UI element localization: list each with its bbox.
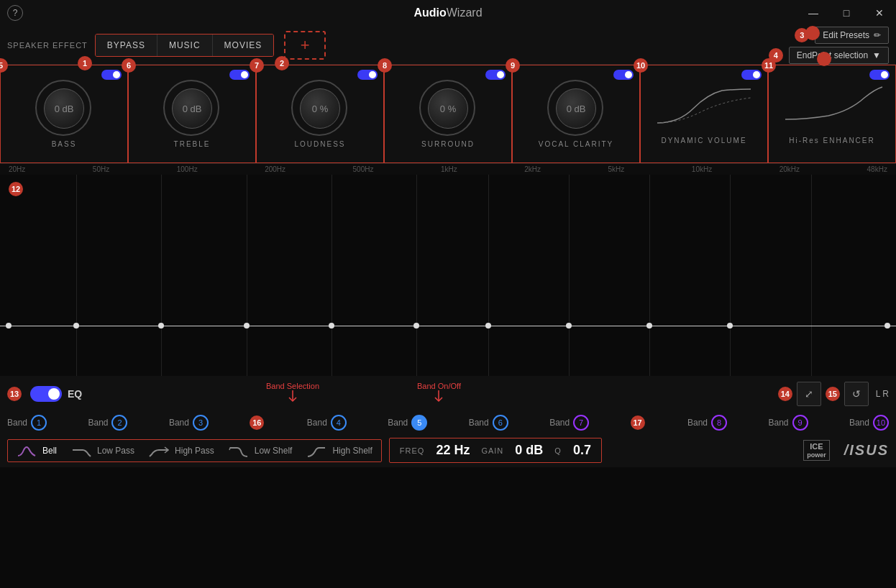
effect-treble: 6 0 dB TREBLE: [128, 65, 256, 163]
band-item-7[interactable]: Band 7: [549, 415, 589, 431]
grid-line-6: [488, 175, 489, 376]
eq-canvas[interactable]: 12: [0, 175, 896, 376]
eq-dot-10[interactable]: [727, 323, 733, 329]
band-item-10[interactable]: Band 10: [849, 415, 889, 431]
surround-knob[interactable]: 0 %: [419, 80, 477, 137]
preset-bypass[interactable]: BYPASS: [96, 35, 157, 56]
grid-line-3: [247, 175, 247, 376]
speaker-effect-label: SPEAKER EFFECT: [7, 41, 88, 50]
band-item-4[interactable]: Band 4: [307, 415, 347, 431]
eq-dot-6[interactable]: [413, 323, 419, 329]
band-item-2[interactable]: Band 2: [88, 415, 127, 431]
dynamic-volume-toggle[interactable]: [741, 70, 762, 80]
maximize-button[interactable]: □: [830, 0, 863, 26]
surround-value: 0 %: [428, 88, 468, 129]
eq-dot-9[interactable]: [646, 323, 652, 329]
vocal-clarity-toggle[interactable]: [613, 70, 634, 80]
band-on-off-label: Band On/Off: [417, 382, 461, 390]
close-button[interactable]: ✕: [863, 0, 896, 26]
endpoint-selection-button[interactable]: EndPoint selection ▼: [789, 47, 889, 64]
high-shelf-icon: [306, 444, 326, 457]
edit-presets-button[interactable]: Edit Presets ✏: [815, 27, 889, 44]
treble-toggle[interactable]: [229, 70, 250, 80]
band-num-8[interactable]: 8: [711, 415, 727, 431]
annotation-2: 2: [275, 56, 289, 70]
band-on-off-annotation: Band On/Off: [417, 382, 461, 405]
band-item-8[interactable]: Band 8: [687, 415, 727, 431]
filter-high-pass[interactable]: High Pass: [149, 444, 214, 457]
band-item-3[interactable]: Band 3: [169, 415, 209, 431]
eq-dot-11[interactable]: [884, 323, 890, 329]
treble-value: 0 dB: [172, 88, 212, 129]
add-preset-button[interactable]: +: [284, 31, 326, 60]
eq-toggle-group: 13 EQ: [7, 386, 82, 402]
band-num-4[interactable]: 4: [331, 415, 347, 431]
annotation-14: 14: [778, 387, 792, 401]
treble-knob[interactable]: 0 dB: [163, 80, 221, 137]
effect-surround: 8 0 % SURROUND: [384, 65, 512, 163]
eq-controls-right: 14 ⤢ 15 ↺ L R: [778, 382, 889, 406]
window-controls: — □ ✕: [797, 0, 896, 26]
band-num-10[interactable]: 10: [873, 415, 889, 431]
grid-line-4: [332, 175, 332, 376]
band-item-5[interactable]: Band 5: [388, 415, 427, 431]
hires-enhancer-curve: [774, 83, 890, 134]
expand-button[interactable]: ⤢: [797, 382, 821, 406]
eq-toggle-switch[interactable]: [30, 386, 62, 402]
surround-toggle[interactable]: [485, 70, 506, 80]
undo-button[interactable]: ↺: [844, 382, 869, 406]
eq-bottom: 13 EQ Band Selection Band On/Off: [0, 376, 896, 467]
bass-toggle[interactable]: [101, 70, 122, 80]
band-row: Band 1 Band 2 Band 3 16 Band 4: [7, 412, 889, 433]
bass-value: 0 dB: [44, 88, 84, 129]
bass-knob[interactable]: 0 dB: [35, 80, 93, 137]
minimize-button[interactable]: —: [797, 0, 830, 26]
filter-bell[interactable]: Bell: [17, 444, 57, 457]
band-item-1[interactable]: Band 1: [7, 415, 47, 431]
preset-music[interactable]: MUSIC: [157, 35, 213, 56]
loudness-toggle[interactable]: [357, 70, 378, 80]
band-on-off-arrow: [431, 390, 446, 405]
annotation-4-placeholder: [817, 52, 831, 66]
eq-controls-row: 13 EQ Band Selection Band On/Off: [7, 382, 889, 406]
loudness-knob[interactable]: 0 %: [291, 80, 349, 137]
eq-dot-7[interactable]: [485, 323, 491, 329]
filter-row: Bell Low Pass: [7, 433, 889, 467]
annotation-1: 1: [78, 56, 92, 70]
band-num-9[interactable]: 9: [792, 415, 808, 431]
grid-line-5: [416, 175, 417, 376]
eq-dot-3[interactable]: [158, 323, 164, 329]
bass-label: BASS: [52, 140, 77, 148]
effect-bass: 5 0 dB BASS: [0, 65, 128, 163]
filter-low-shelf[interactable]: Low Shelf: [229, 444, 293, 457]
hires-toggle[interactable]: [869, 70, 890, 80]
band-selection-label: Band Selection: [266, 382, 319, 390]
band-num-2[interactable]: 2: [111, 415, 127, 431]
filter-low-pass[interactable]: Low Pass: [71, 444, 134, 457]
band-num-7[interactable]: 7: [573, 415, 589, 431]
help-button[interactable]: ?: [7, 5, 23, 21]
hires-enhancer-label: Hi-Res ENHANCER: [789, 137, 874, 144]
eq-dot-2[interactable]: [73, 323, 79, 329]
eq-dot-5[interactable]: [329, 323, 334, 329]
low-pass-icon: [71, 444, 91, 457]
preset-movies[interactable]: MOVIES: [213, 35, 274, 56]
annotation-17: 17: [631, 415, 645, 430]
band-item-9[interactable]: Band 9: [768, 415, 808, 431]
asus-logo: /ISUS: [844, 442, 889, 459]
band-item-6[interactable]: Band 6: [469, 415, 508, 431]
loudness-label: LOUDNESS: [294, 140, 345, 148]
endpoint-arrow-icon: ▼: [872, 50, 881, 60]
filter-high-shelf[interactable]: High Shelf: [306, 444, 372, 457]
band-num-6[interactable]: 6: [493, 415, 508, 431]
vocal-clarity-knob[interactable]: 0 dB: [547, 80, 605, 137]
band-num-1[interactable]: 1: [31, 415, 47, 431]
band-num-3[interactable]: 3: [193, 415, 209, 431]
freq-label: FREQ: [400, 446, 425, 455]
eq-dot-8[interactable]: [566, 323, 572, 329]
freq-value: 22 Hz: [436, 443, 470, 458]
annotation-10: 10: [634, 58, 648, 73]
eq-dot-1[interactable]: [6, 323, 12, 329]
band-num-5[interactable]: 5: [411, 415, 427, 431]
eq-dot-4[interactable]: [244, 323, 250, 329]
